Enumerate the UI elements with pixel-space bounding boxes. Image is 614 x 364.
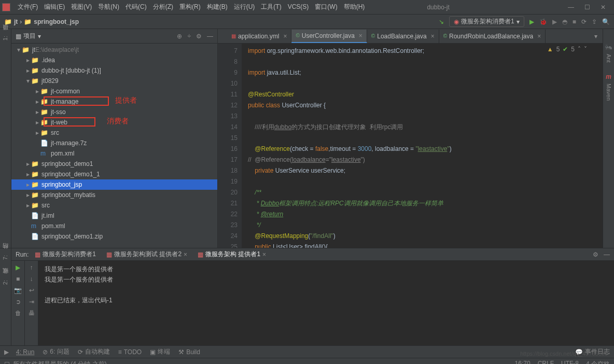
- breadcrumb[interactable]: 📁 jt › 📁 springboot_jsp: [4, 18, 79, 25]
- sidebar-tab-maven[interactable]: Maven: [606, 83, 612, 101]
- menu-item[interactable]: 文件(F): [15, 3, 41, 10]
- scroll-icon[interactable]: ⇥: [29, 298, 34, 305]
- expand-arrow-icon[interactable]: ▸: [34, 129, 40, 136]
- bottom-tab[interactable]: ▣ 终端: [150, 347, 170, 356]
- print-icon[interactable]: 🖶: [29, 310, 35, 317]
- close-tab-icon[interactable]: ×: [283, 33, 287, 40]
- menu-item[interactable]: 分析(Z): [150, 3, 176, 10]
- chevron-down-icon[interactable]: ▾: [38, 33, 41, 40]
- expand-arrow-icon[interactable]: ▸: [34, 98, 40, 105]
- menu-item[interactable]: 视图(V): [68, 3, 95, 10]
- expand-arrow-icon[interactable]: ▸: [25, 171, 31, 178]
- run-configuration-dropdown[interactable]: ◉ 微服务架构消费者1 ▾: [449, 16, 524, 27]
- close-icon[interactable]: ✕: [601, 4, 606, 11]
- gear-icon[interactable]: ⚙: [196, 33, 202, 40]
- menu-item[interactable]: 工具(T): [258, 3, 284, 10]
- editor-inspections[interactable]: ▲5 ✔5 ˄ ˅: [547, 46, 587, 53]
- status-item[interactable]: 4 个空格: [586, 360, 610, 364]
- tree-row[interactable]: 📄jt.iml: [11, 211, 217, 221]
- tree-row[interactable]: ▾📁jt0829: [11, 76, 217, 86]
- target-icon[interactable]: ⊕: [177, 33, 182, 40]
- menu-item[interactable]: 帮助(H): [341, 3, 368, 10]
- menu-item[interactable]: 代码(C): [122, 3, 150, 10]
- tree-row[interactable]: ▸📁jt-manage: [11, 96, 217, 107]
- editor-tab[interactable]: ▦application.yml×: [227, 30, 291, 43]
- debug-icon[interactable]: 🐞: [539, 18, 547, 25]
- menu-item[interactable]: 运行(U): [231, 3, 258, 10]
- collapse-icon[interactable]: ÷: [187, 33, 191, 40]
- bottom-tab[interactable]: ≡ TODO: [118, 347, 142, 356]
- menu-item[interactable]: 编辑(E): [41, 3, 68, 10]
- tree-row[interactable]: mpom.xml: [11, 148, 217, 159]
- tree-row[interactable]: ▸📁springboot_jsp: [11, 179, 217, 190]
- maven-icon[interactable]: m: [606, 73, 611, 80]
- chevron-up-icon[interactable]: ˄: [578, 46, 581, 53]
- expand-arrow-icon[interactable]: ▸: [34, 88, 40, 95]
- tree-row[interactable]: 📄springboot_demo1.zip: [11, 231, 217, 242]
- expand-arrow-icon[interactable]: ▾: [25, 77, 31, 85]
- run-tab[interactable]: ▦微服务架构测试 提供者2×: [106, 250, 187, 259]
- sidebar-tab-ant[interactable]: Ant: [606, 54, 612, 63]
- tree-row[interactable]: ▸📁springboot_demo1: [11, 159, 217, 169]
- close-tab-icon[interactable]: ×: [262, 251, 266, 258]
- expand-arrow-icon[interactable]: ▸: [25, 160, 31, 167]
- menu-item[interactable]: 构建(B): [204, 3, 231, 10]
- tree-row[interactable]: ▸📁.idea: [11, 55, 217, 65]
- minimize-icon[interactable]: —: [568, 4, 574, 11]
- editor-tab[interactable]: ©LoadBalance.java×: [367, 30, 439, 43]
- run-tool-icon[interactable]: ▶: [4, 348, 9, 356]
- maximize-icon[interactable]: ☐: [584, 4, 590, 11]
- rerun-icon[interactable]: ▶: [16, 264, 20, 271]
- ant-icon[interactable]: 🐜: [605, 44, 612, 51]
- tree-row[interactable]: ▸📁jt-sso: [11, 107, 217, 117]
- expand-arrow-icon[interactable]: ▸: [25, 191, 31, 199]
- expand-arrow-icon[interactable]: ▸: [25, 67, 31, 74]
- gear-icon[interactable]: ⚙: [593, 251, 598, 258]
- expand-arrow-icon[interactable]: ▸: [34, 108, 40, 116]
- run-tab[interactable]: ▦微服务架构 提供者1×: [198, 250, 266, 259]
- expand-arrow-icon[interactable]: ▸: [34, 119, 40, 126]
- menu-item[interactable]: 重构(R): [176, 3, 204, 10]
- menu-item[interactable]: 导航(N): [95, 3, 122, 10]
- status-item[interactable]: UTF-8: [561, 360, 579, 364]
- sidebar-tab-structure[interactable]: 7: 结构: [2, 254, 9, 260]
- menu-item[interactable]: VCS(S): [285, 3, 312, 10]
- coverage-icon[interactable]: ▶: [552, 18, 557, 25]
- tree-row[interactable]: ▸📁jt-common: [11, 86, 217, 96]
- update-icon[interactable]: ⟳: [581, 18, 587, 25]
- close-tab-icon[interactable]: ×: [537, 33, 541, 40]
- exit-icon[interactable]: ➲: [16, 298, 21, 305]
- expand-arrow-icon[interactable]: ▾: [16, 46, 22, 53]
- hide-icon[interactable]: —: [207, 33, 213, 40]
- bottom-tab[interactable]: ⚒ Build: [178, 347, 200, 356]
- code-editor[interactable]: import org.springframework.web.bind.anno…: [242, 44, 603, 248]
- camera-icon[interactable]: 📷: [14, 287, 22, 294]
- expand-arrow-icon[interactable]: ▸: [25, 202, 31, 209]
- editor-tab[interactable]: ©UserController.java×: [291, 30, 367, 43]
- close-tab-icon[interactable]: ×: [431, 33, 435, 40]
- expand-arrow-icon[interactable]: ▸: [25, 181, 31, 188]
- close-tab-icon[interactable]: ×: [359, 32, 362, 39]
- tree-row[interactable]: ▸📁springboot_demo1_1: [11, 169, 217, 179]
- up-icon[interactable]: ↑: [30, 264, 33, 271]
- hide-icon[interactable]: —: [604, 251, 610, 258]
- bottom-tab[interactable]: ⊘ 6: 问题: [43, 347, 69, 356]
- status-item[interactable]: 16:70: [515, 360, 531, 364]
- tree-row[interactable]: ▾📁jt E:\ideawplace\jt: [11, 45, 217, 55]
- stop-icon[interactable]: ■: [573, 18, 576, 25]
- tree-row[interactable]: ▸📁src: [11, 128, 217, 138]
- run-tab[interactable]: ▦微服务架构消费者1: [35, 250, 96, 259]
- profiler-icon[interactable]: ◓: [562, 18, 567, 25]
- bottom-tab[interactable]: ⟳ 自动构建: [78, 347, 110, 356]
- status-item[interactable]: CRLF: [538, 360, 554, 364]
- tree-row[interactable]: ▸📁dubbo-jt [dubbo-jt (1)]: [11, 65, 217, 76]
- tree-row[interactable]: 📄jt-manage.7z: [11, 138, 217, 148]
- stop-icon[interactable]: ■: [16, 275, 20, 283]
- search-icon[interactable]: 🔍: [602, 18, 610, 25]
- tree-row[interactable]: ▸📁springboot_mybatis: [11, 190, 217, 200]
- more-tabs-icon[interactable]: ▾: [589, 33, 603, 40]
- bottom-tab[interactable]: 4: Run: [16, 347, 34, 356]
- hammer-icon[interactable]: ↘: [439, 18, 444, 25]
- run-console[interactable]: 我是第一个服务的提供者我是第一个服务的提供者 进程已结束，退出代码-1: [38, 261, 614, 345]
- commit-icon[interactable]: ⇪: [592, 18, 597, 25]
